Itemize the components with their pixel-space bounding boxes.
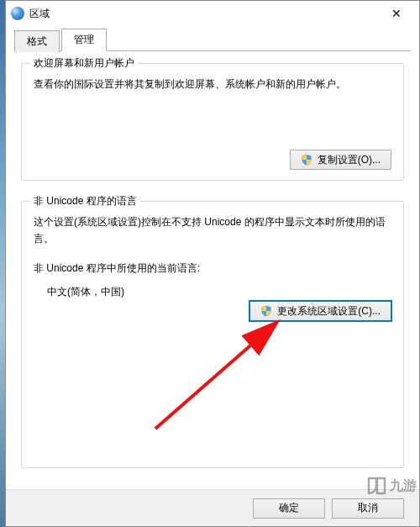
dialog-button-bar: 确定 取消 bbox=[6, 489, 419, 526]
cancel-button[interactable]: 取消 bbox=[332, 498, 404, 519]
change-system-locale-button[interactable]: 更改系统区域设置(C)... bbox=[249, 301, 391, 321]
group-non-unicode-legend: 非 Unicode 程序的语言 bbox=[30, 194, 140, 208]
group-welcome-screen: 欢迎屏幕和新用户帐户 查看你的国际设置并将其复制到欢迎屏幕、系统帐户和新的用户帐… bbox=[21, 63, 404, 181]
tab-format[interactable]: 格式 bbox=[14, 30, 60, 52]
change-system-locale-label: 更改系统区域设置(C)... bbox=[277, 304, 381, 319]
current-language-label: 非 Unicode 程序中所使用的当前语言: bbox=[34, 260, 391, 277]
region-dialog: 区域 ✕ 格式 管理 欢迎屏幕和新用户帐户 查看你的国际设置并将其复制到欢迎屏幕… bbox=[5, 0, 420, 527]
shield-icon bbox=[301, 154, 312, 166]
copy-settings-button[interactable]: 复制设置(O)... bbox=[290, 150, 391, 170]
titlebar: 区域 ✕ bbox=[6, 1, 419, 26]
group-welcome-desc: 查看你的国际设置并将其复制到欢迎屏幕、系统帐户和新的用户帐户。 bbox=[34, 76, 391, 92]
tab-bar: 格式 管理 bbox=[6, 26, 419, 51]
group-non-unicode-desc: 这个设置(系统区域设置)控制在不支持 Unicode 的程序中显示文本时所使用的… bbox=[34, 213, 391, 248]
group-welcome-legend: 欢迎屏幕和新用户帐户 bbox=[30, 56, 138, 71]
copy-settings-label: 复制设置(O)... bbox=[318, 153, 381, 167]
tab-admin[interactable]: 管理 bbox=[61, 29, 107, 51]
window-title: 区域 bbox=[29, 7, 377, 21]
close-button[interactable]: ✕ bbox=[377, 2, 416, 25]
ok-button[interactable]: 确定 bbox=[253, 498, 325, 519]
globe-icon bbox=[11, 7, 24, 20]
admin-panel: 欢迎屏幕和新用户帐户 查看你的国际设置并将其复制到欢迎屏幕、系统帐户和新的用户帐… bbox=[14, 51, 411, 486]
current-language-value: 中文(简体，中国) bbox=[34, 277, 391, 300]
group-non-unicode: 非 Unicode 程序的语言 这个设置(系统区域设置)控制在不支持 Unico… bbox=[21, 201, 404, 468]
shield-icon bbox=[260, 305, 272, 317]
close-icon: ✕ bbox=[391, 8, 402, 19]
